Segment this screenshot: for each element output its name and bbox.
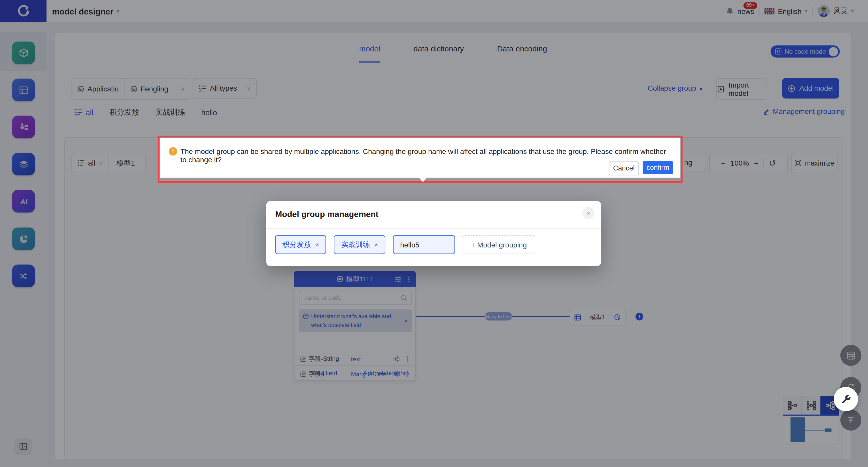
group-tag-label: 积分发放 (282, 240, 311, 250)
group-tag-label: 实战训练 (341, 240, 370, 250)
confirm-popover-body: ! The model group can be shared by multi… (160, 138, 680, 178)
popover-arrow (418, 177, 427, 182)
group-tag-row: 积分发放 × 实战训练 × + Model grouping (275, 235, 535, 254)
remove-tag-icon[interactable]: × (375, 241, 378, 248)
close-icon[interactable]: × (582, 207, 594, 219)
confirm-button[interactable]: confirm (643, 161, 673, 174)
divider (266, 228, 601, 228)
tools-fab[interactable] (834, 387, 858, 411)
add-model-grouping-button[interactable]: + Model grouping (463, 235, 535, 254)
wrench-icon (841, 394, 851, 404)
group-name-input[interactable] (393, 235, 455, 254)
group-tag[interactable]: 积分发放 × (275, 235, 326, 254)
group-tag[interactable]: 实战训练 × (334, 235, 385, 254)
warning-icon: ! (169, 147, 177, 155)
app-window: model designer ▾ news 99+ English ▾ (0, 0, 868, 467)
confirm-popover: ! The model group can be shared by multi… (158, 135, 683, 183)
remove-tag-icon[interactable]: × (315, 241, 319, 248)
confirm-actions: Cancel confirm (609, 161, 673, 176)
modal-title: Model group management (275, 209, 378, 219)
confirm-message: The model group can be shared by multipl… (181, 147, 669, 164)
cancel-button[interactable]: Cancel (609, 161, 639, 176)
model-group-management-modal: Model group management × 积分发放 × 实战训练 × +… (266, 201, 601, 266)
